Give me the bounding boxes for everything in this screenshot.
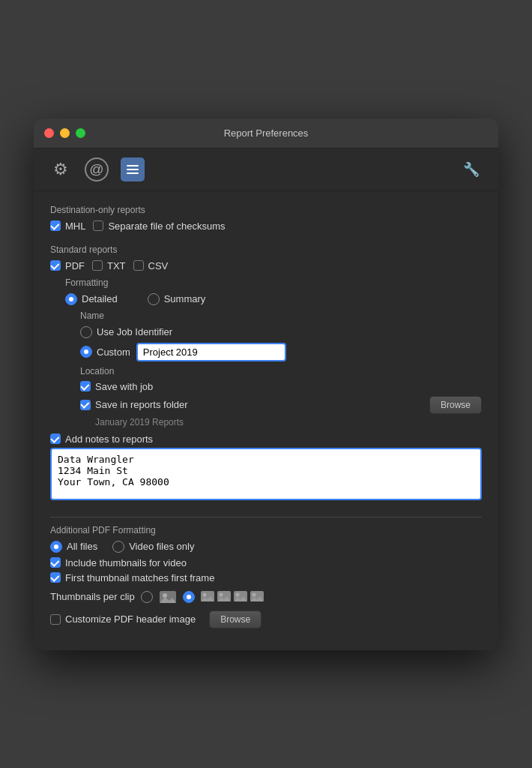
at-toolbar-icon[interactable]: @ [85,158,109,182]
csv-label: CSV [148,260,169,272]
report-toolbar-icon[interactable] [121,158,145,182]
include-thumbnails-label: Include thumbnails for video [65,557,187,568]
customize-header-checkbox[interactable] [50,614,61,625]
name-section-label: Name [80,310,482,321]
separate-checksums-checkbox[interactable] [93,220,103,231]
maximize-button[interactable] [76,128,85,138]
customize-header-label: Customize PDF header image [65,614,196,625]
pdf-checkbox[interactable] [50,260,61,271]
custom-label: Custom [97,346,130,358]
single-photo-icon [159,590,177,604]
summary-radio[interactable] [148,293,160,305]
destination-only-row: MHL Separate file of checksums [50,220,482,232]
include-thumbnails-row: Include thumbnails for video [50,557,482,568]
thumbnails-per-clip-row: Thumbnails per clip [50,590,482,604]
standard-reports-row: PDF TXT CSV [50,260,482,272]
save-with-job-label: Save with job [95,381,153,392]
first-thumbnail-wrap[interactable]: First thumbnail matches first frame [50,572,214,584]
thumbnails-single-radio[interactable] [141,591,153,603]
save-with-job-row: Save with job [80,381,482,392]
custom-name-input[interactable] [136,343,286,362]
include-thumbnails-checkbox[interactable] [50,557,61,568]
location-label: Location [80,366,482,376]
first-thumbnail-row: First thumbnail matches first frame [50,572,482,584]
pdf-formatting-label: Additional PDF Formatting [50,525,482,536]
location-section: Location Save with job Save in reports f… [80,366,482,428]
video-files-only-label: Video files only [129,541,194,552]
video-files-only-wrap[interactable]: Video files only [112,541,194,553]
all-files-wrap[interactable]: All files [50,541,97,553]
custom-radio[interactable] [80,346,92,358]
detailed-radio[interactable] [65,293,77,305]
first-thumbnail-label: First thumbnail matches first frame [65,572,214,584]
use-job-id-label: Use Job Identifier [97,326,172,338]
detailed-label: Detailed [82,293,118,304]
customize-header-wrap[interactable]: Customize PDF header image [50,614,196,625]
use-job-id-radio[interactable] [80,326,92,338]
txt-checkbox[interactable] [92,260,103,271]
thumbnails-multi-radio[interactable] [183,591,195,603]
browse-reports-button[interactable]: Browse [429,396,482,414]
svg-point-10 [219,592,223,596]
svg-point-13 [235,592,239,596]
file-type-row: All files Video files only [50,541,482,553]
save-in-reports-folder-row: Save in reports folder Browse [80,396,482,414]
mhl-label: MHL [65,220,85,232]
gear-toolbar-icon[interactable]: ⚙ [49,158,73,182]
close-button[interactable] [44,128,54,138]
save-with-job-checkbox[interactable] [80,381,91,392]
txt-checkbox-wrap[interactable]: TXT [92,260,126,272]
use-job-id-radio-wrap[interactable]: Use Job Identifier [80,326,172,338]
minimize-button[interactable] [60,128,70,138]
thumbnails-per-clip-label: Thumbnails per clip [50,591,135,602]
txt-label: TXT [107,260,126,272]
separator [50,517,482,518]
formatting-label: Formatting [65,278,482,288]
main-window: Report Preferences ⚙ @ 🔧 Destination-onl… [34,118,498,650]
video-files-radio[interactable] [112,541,124,553]
traffic-lights [44,128,85,138]
mhl-checkbox[interactable] [50,220,61,231]
include-thumbnails-wrap[interactable]: Include thumbnails for video [50,557,187,568]
standard-reports-label: Standard reports [50,244,482,255]
browse-header-button[interactable]: Browse [209,610,262,628]
svg-rect-2 [127,172,139,174]
separate-checksums-wrap[interactable]: Separate file of checksums [93,220,225,232]
titlebar: Report Preferences [34,118,498,148]
detailed-radio-wrap[interactable]: Detailed [65,293,118,305]
svg-point-7 [202,592,206,596]
content-area: Destination-only reports MHL Separate fi… [34,191,498,650]
save-with-job-wrap[interactable]: Save with job [80,381,153,392]
csv-checkbox-wrap[interactable]: CSV [133,260,169,272]
separate-checksums-label: Separate file of checksums [108,220,225,232]
formatting-section: Formatting Detailed Summary Name Use Job [65,278,482,428]
mhl-checkbox-wrap[interactable]: MHL [50,220,85,232]
customize-header-row: Customize PDF header image Browse [50,610,482,628]
svg-point-16 [252,592,256,596]
multi-photo-icon [201,591,265,603]
pdf-checkbox-wrap[interactable]: PDF [50,260,85,272]
destination-only-label: Destination-only reports [50,205,482,215]
notes-textarea[interactable]: Data Wrangler 1234 Main St Your Town, CA… [50,448,482,500]
save-in-reports-label: Save in reports folder [95,399,188,410]
reports-folder-name: January 2019 Reports [95,417,482,428]
all-files-radio[interactable] [50,541,62,553]
summary-label: Summary [164,293,206,304]
csv-checkbox[interactable] [133,260,144,271]
first-thumbnail-checkbox[interactable] [50,572,61,583]
add-notes-wrap[interactable]: Add notes to reports [50,434,482,445]
custom-radio-wrap[interactable]: Custom [80,346,130,358]
custom-name-row: Custom [80,343,482,362]
svg-rect-0 [127,165,139,166]
add-notes-checkbox[interactable] [50,434,61,444]
wrench-toolbar-icon[interactable]: 🔧 [459,158,483,182]
pdf-label: PDF [65,260,85,272]
add-notes-label: Add notes to reports [65,434,153,445]
formatting-radio-row: Detailed Summary [65,293,482,305]
use-job-id-row: Use Job Identifier [80,326,482,338]
save-in-reports-checkbox[interactable] [80,400,91,410]
svg-rect-1 [127,169,139,170]
save-in-reports-wrap[interactable]: Save in reports folder [80,399,188,410]
summary-radio-wrap[interactable]: Summary [148,293,206,305]
add-notes-section: Add notes to reports Data Wrangler 1234 … [50,434,482,509]
